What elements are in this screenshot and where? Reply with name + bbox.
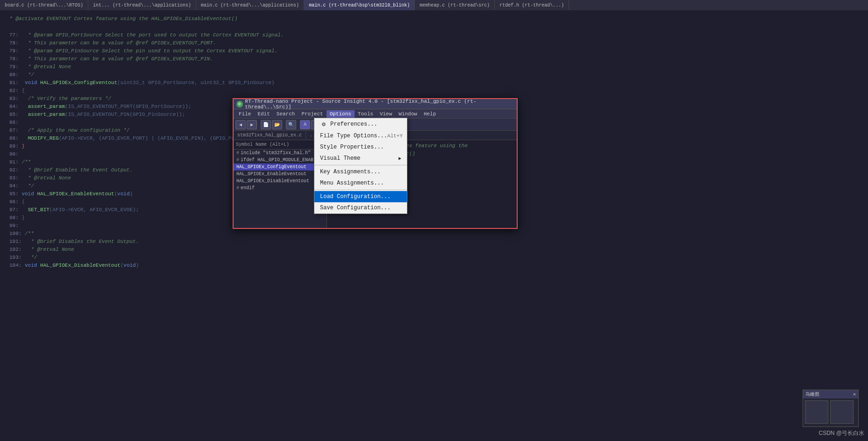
dropdown-visual-theme[interactable]: Visual Theme ▶ xyxy=(314,153,407,164)
tab-bar: board.c (rt-thread\...\RTOS) int... (rt-… xyxy=(0,0,868,10)
minimap-thumb-2 xyxy=(830,400,854,424)
app-icon: ⚙ xyxy=(236,101,243,107)
hash-icon-3: # xyxy=(236,185,239,191)
dropdown-item-label: Key Assignments... xyxy=(320,169,381,175)
sidebar-item-config[interactable]: HAL_GPIOEx_ConfigEventout xyxy=(234,164,327,171)
btn-forward[interactable]: ▶ xyxy=(247,120,257,129)
tab-int[interactable]: int... (rt-thread\...\applications) xyxy=(88,0,196,10)
btn-back[interactable]: ◀ xyxy=(235,120,246,129)
sidebar-item-label: include "stm32f1xx_hal.h" xyxy=(241,150,311,156)
watermark-text: CSDN @弓长白水 xyxy=(818,430,864,436)
ide-tab-gpio[interactable]: stm32f1xx_hal_gpio_ex.c xyxy=(234,132,306,139)
dropdown-item-label: File Type Options... xyxy=(320,133,387,139)
tab-rtdef[interactable]: rtdef.h (rt-thread\...) xyxy=(495,0,569,10)
search-label: Symbol Name (Alt+L) xyxy=(236,142,289,147)
menu-search[interactable]: Search xyxy=(273,110,299,118)
tab-main-blink[interactable]: main.c (rt-thread\bsp\stm32l0_blink) xyxy=(304,0,415,10)
sidebar-item-include[interactable]: # include "stm32f1xx_hal.h" xyxy=(234,149,327,156)
btn-a[interactable]: A xyxy=(300,120,310,129)
btn-new[interactable]: 📄 xyxy=(261,120,271,129)
dropdown-filetype[interactable]: File Type Options... Alt+Y xyxy=(314,130,407,142)
minimap-content xyxy=(803,398,858,427)
tab-memheap[interactable]: memheap.c (rt-thread\src) xyxy=(415,0,495,10)
ide-sidebar: Symbol Name (Alt+L) # include "stm32f1xx… xyxy=(234,140,327,228)
dropdown-separator-1 xyxy=(314,165,407,165)
dropdown-key-assignments[interactable]: Key Assignments... xyxy=(314,166,407,178)
submenu-arrow-icon: ▶ xyxy=(398,156,401,161)
dropdown-item-label: Load Configuration... xyxy=(320,193,391,200)
tab-main-apps[interactable]: main.c (rt-thread\...\applications) xyxy=(196,0,304,10)
sidebar-item-label: HAL_GPIOEx_EnableEventout xyxy=(236,171,306,177)
minimap-panel: 鸟瞰图 ✕ xyxy=(803,390,859,427)
sidebar-item-label: HAL_GPIOEx_ConfigEventout xyxy=(236,164,306,170)
sidebar-item-endif[interactable]: # endif xyxy=(234,185,327,192)
sidebar-item-ifdef[interactable]: # ifdef HAL_GPIO_MODULE_ENAB... xyxy=(234,156,327,164)
menu-edit[interactable]: Edit xyxy=(254,110,273,118)
minimap-close-icon[interactable]: ✕ xyxy=(853,391,856,397)
dropdown-item-label: Visual Theme xyxy=(320,155,360,162)
btn-open[interactable]: 📂 xyxy=(272,120,282,129)
dropdown-menu-assignments[interactable]: Menu Assignments... xyxy=(314,178,407,189)
dropdown-load-config[interactable]: Load Configuration... xyxy=(314,191,407,202)
tab-board[interactable]: board.c (rt-thread\...\RTOS) xyxy=(0,0,88,10)
dropdown-item-label: Menu Assignments... xyxy=(320,180,384,186)
dropdown-preferences[interactable]: ⚙ Preferences... xyxy=(314,118,407,130)
minimap-title: 鸟瞰图 xyxy=(805,391,819,398)
dropdown-save-config[interactable]: Save Configuration... xyxy=(314,202,407,213)
minimap-thumb-1 xyxy=(805,400,828,424)
dropdown-separator-2 xyxy=(314,190,407,190)
menu-bar: File Edit Search Project Options Tools V… xyxy=(234,109,517,119)
sidebar-item-label: ifdef HAL_GPIO_MODULE_ENAB... xyxy=(241,157,322,163)
sidebar-item-disable[interactable]: HAL_GPIOEx_DisableEventout xyxy=(234,178,327,185)
menu-options[interactable]: Options xyxy=(327,110,355,118)
menu-window[interactable]: Window xyxy=(395,110,420,118)
sidebar-item-enable[interactable]: HAL_GPIOEx_EnableEventout xyxy=(234,171,327,178)
menu-help[interactable]: Help xyxy=(420,110,439,118)
menu-tools[interactable]: Tools xyxy=(355,110,377,118)
dropdown-style[interactable]: Style Properties... xyxy=(314,142,407,153)
menu-project[interactable]: Project xyxy=(298,110,326,118)
sidebar-item-label: HAL_GPIOEx_DisableEventout xyxy=(236,178,309,184)
dropdown-item-label: Preferences... xyxy=(330,121,377,128)
hash-icon-2: # xyxy=(236,157,239,163)
shortcut-label: Alt+Y xyxy=(387,133,403,139)
menu-view[interactable]: View xyxy=(377,110,395,118)
btn-search[interactable]: 🔍 xyxy=(286,120,296,129)
symbol-search[interactable]: Symbol Name (Alt+L) xyxy=(234,140,327,149)
options-dropdown: ⚙ Preferences... File Type Options... Al… xyxy=(314,118,407,214)
dropdown-item-label: Save Configuration... xyxy=(320,205,391,211)
window-title: RT-Thread-nano Project - Source Insight … xyxy=(245,99,514,110)
watermark: CSDN @弓长白水 xyxy=(818,429,864,437)
dropdown-item-label: Style Properties... xyxy=(320,144,384,150)
title-bar: ⚙ RT-Thread-nano Project - Source Insigh… xyxy=(234,99,517,109)
menu-file[interactable]: File xyxy=(235,110,254,118)
gear-icon: ⚙ xyxy=(320,121,327,128)
hash-icon: # xyxy=(236,150,239,156)
minimap-header: 鸟瞰图 ✕ xyxy=(803,390,858,398)
sidebar-item-label: endif xyxy=(241,185,255,191)
